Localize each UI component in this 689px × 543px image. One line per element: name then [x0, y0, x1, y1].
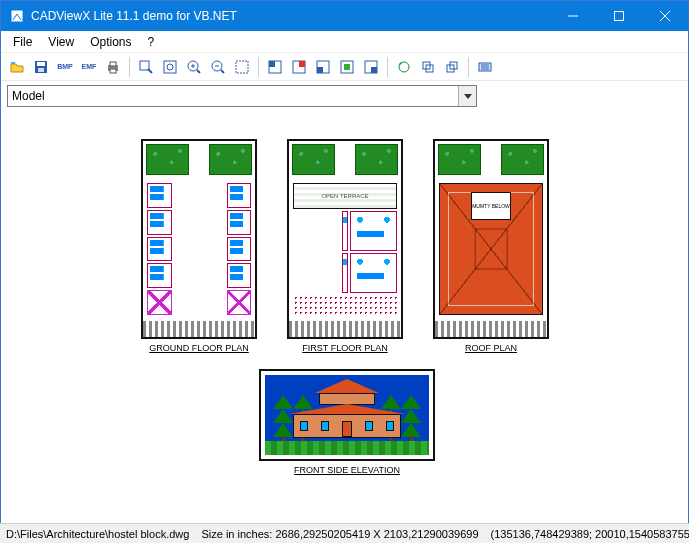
svg-rect-8 — [38, 68, 44, 72]
menu-bar: File View Options ? — [1, 31, 688, 53]
open-terrace-label: OPEN TERRACE — [293, 183, 397, 209]
open-button[interactable] — [5, 55, 29, 79]
svg-rect-10 — [110, 62, 116, 66]
svg-rect-27 — [299, 61, 305, 67]
status-coords: (135136,748429389; 20010,1540583755 — [491, 528, 689, 540]
maximize-button[interactable] — [596, 1, 642, 31]
status-path: D:\Files\Architecture\hostel block.dwg — [6, 528, 189, 540]
svg-line-21 — [221, 70, 224, 73]
svg-rect-0 — [11, 10, 23, 22]
svg-rect-7 — [37, 62, 45, 66]
svg-marker-43 — [464, 94, 472, 99]
svg-line-13 — [148, 69, 152, 73]
save-button[interactable] — [29, 55, 53, 79]
layout-selector-value: Model — [12, 89, 45, 103]
toolbar: BMP EMF — [1, 53, 688, 81]
svg-rect-12 — [140, 61, 149, 70]
tool-button-2[interactable] — [287, 55, 311, 79]
status-bar: D:\Files\Architecture\hostel block.dwg S… — [0, 523, 689, 543]
close-button[interactable] — [642, 1, 688, 31]
drawing-roof: MUMTY BELOW — [433, 139, 549, 339]
status-size: 2686,29250205419 X 2103,21290039699 — [275, 528, 478, 540]
svg-rect-33 — [371, 67, 377, 73]
tool-button-5[interactable] — [359, 55, 383, 79]
layout-selector[interactable]: Model — [7, 85, 477, 107]
svg-rect-29 — [317, 67, 323, 73]
minimize-button[interactable] — [550, 1, 596, 31]
svg-line-17 — [197, 70, 200, 73]
zoom-in-button[interactable] — [182, 55, 206, 79]
tool-button-7[interactable] — [416, 55, 440, 79]
tool-button-8[interactable] — [440, 55, 464, 79]
zoom-window-button[interactable] — [134, 55, 158, 79]
print-button[interactable] — [101, 55, 125, 79]
svg-rect-25 — [269, 61, 275, 67]
svg-rect-2 — [615, 12, 624, 21]
menu-options[interactable]: Options — [82, 33, 139, 51]
label-ground-floor: GROUND FLOOR PLAN — [141, 343, 257, 353]
svg-rect-14 — [164, 61, 176, 73]
app-icon — [9, 8, 25, 24]
status-size-label: Size in inches: — [201, 528, 272, 540]
chevron-down-icon — [458, 86, 476, 106]
mumty-label: MUMTY BELOW — [471, 192, 511, 220]
window-title: CADViewX Lite 11.1 demo for VB.NET — [31, 9, 237, 23]
svg-point-15 — [167, 64, 173, 70]
tool-button-9[interactable] — [473, 55, 497, 79]
menu-help[interactable]: ? — [140, 33, 163, 51]
tool-button-3[interactable] — [311, 55, 335, 79]
drawing-first-floor: OPEN TERRACE — [287, 139, 403, 339]
drawing-canvas[interactable]: GROUND FLOOR PLAN OPEN TERRACE FIRST FLO… — [1, 111, 688, 521]
label-elevation: FRONT SIDE ELEVATION — [259, 465, 435, 475]
label-roof: ROOF PLAN — [433, 343, 549, 353]
zoom-out-button[interactable] — [206, 55, 230, 79]
fit-button[interactable] — [230, 55, 254, 79]
drawing-elevation — [259, 369, 435, 461]
svg-rect-11 — [110, 69, 116, 73]
export-emf-button[interactable]: EMF — [77, 55, 101, 79]
tool-button-1[interactable] — [263, 55, 287, 79]
svg-rect-23 — [236, 61, 248, 73]
zoom-extents-button[interactable] — [158, 55, 182, 79]
export-bmp-button[interactable]: BMP — [53, 55, 77, 79]
tool-button-4[interactable] — [335, 55, 359, 79]
tool-button-6[interactable] — [392, 55, 416, 79]
label-first-floor: FIRST FLOOR PLAN — [287, 343, 403, 353]
svg-rect-31 — [344, 64, 350, 70]
svg-rect-5 — [11, 62, 15, 64]
drawing-ground-floor — [141, 139, 257, 339]
menu-file[interactable]: File — [5, 33, 40, 51]
menu-view[interactable]: View — [40, 33, 82, 51]
